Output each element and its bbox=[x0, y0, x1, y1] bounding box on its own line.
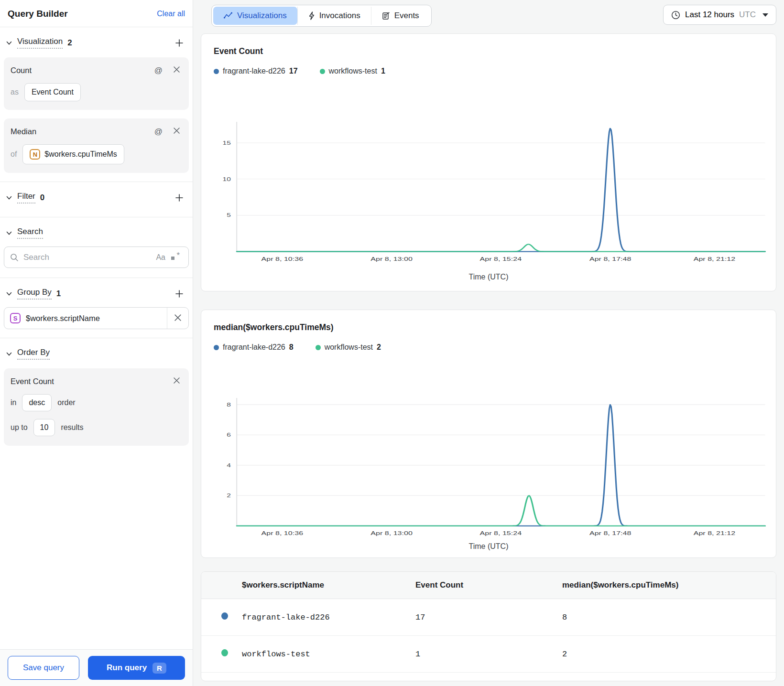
visualization-section-header: Visualization 2 bbox=[4, 27, 189, 55]
alias-at-button[interactable]: @ bbox=[152, 127, 164, 137]
chart-legend: fragrant-lake-d226 17 workflows-test 1 bbox=[201, 56, 776, 75]
view-tabs: Visualizations Invocations Events bbox=[211, 5, 432, 27]
sidebar-header: Query Builder Clear all bbox=[0, 0, 193, 27]
limit-input[interactable]: 10 bbox=[33, 419, 55, 436]
svg-text:Apr 8, 21:12: Apr 8, 21:12 bbox=[694, 256, 736, 262]
chevron-down-icon[interactable] bbox=[6, 290, 12, 297]
visualization-card-count: Count @ as Event Count bbox=[4, 57, 189, 110]
legend-item[interactable]: fragrant-lake-d226 8 bbox=[214, 343, 294, 352]
series-dot bbox=[221, 612, 228, 620]
svg-text:Apr 8, 17:48: Apr 8, 17:48 bbox=[589, 256, 632, 262]
main-content: Visualizations Invocations Events bbox=[193, 0, 784, 686]
results-label: results bbox=[61, 423, 83, 432]
legend-item[interactable]: workflows-test 1 bbox=[320, 67, 385, 75]
in-label: in bbox=[11, 398, 16, 407]
tab-label: Invocations bbox=[319, 11, 360, 21]
search-input[interactable] bbox=[23, 253, 153, 262]
svg-text:Apr 8, 13:00: Apr 8, 13:00 bbox=[370, 530, 413, 536]
lightning-icon bbox=[308, 11, 315, 20]
remove-median-button[interactable] bbox=[171, 126, 182, 137]
chevron-down-icon[interactable] bbox=[6, 40, 12, 46]
sidebar-body: Visualization 2 Count @ as Event Count bbox=[0, 27, 193, 649]
remove-group-by-button[interactable] bbox=[167, 308, 188, 329]
svg-text:Apr 8, 15:24: Apr 8, 15:24 bbox=[480, 530, 522, 536]
event-note-icon bbox=[382, 12, 390, 20]
tab-events[interactable]: Events bbox=[371, 7, 430, 25]
table-header-row: $workers.scriptName Event Count median($… bbox=[201, 572, 776, 599]
event-count-plot[interactable]: 51015Apr 8, 10:36Apr 8, 13:00Apr 8, 15:2… bbox=[206, 119, 771, 262]
svg-text:5: 5 bbox=[227, 212, 231, 218]
run-shortcut-badge: R bbox=[152, 663, 166, 674]
svg-text:4: 4 bbox=[227, 462, 231, 468]
clear-all-button[interactable]: Clear all bbox=[157, 10, 185, 18]
remove-order-by-button[interactable] bbox=[171, 376, 182, 386]
median-cpu-plot[interactable]: 2468Apr 8, 10:36Apr 8, 13:00Apr 8, 15:24… bbox=[206, 395, 771, 536]
chart-legend: fragrant-lake-d226 8 workflows-test 2 bbox=[201, 332, 776, 352]
table-row[interactable]: workflows-test 1 2 bbox=[201, 636, 776, 673]
group-by-value: $workers.scriptName bbox=[26, 314, 167, 323]
string-type-icon: S bbox=[10, 313, 21, 323]
script-name-header: $workers.scriptName bbox=[242, 572, 415, 599]
series-value: 1 bbox=[381, 67, 385, 75]
card-title: Count bbox=[11, 66, 32, 75]
series-name: workflows-test bbox=[329, 67, 377, 75]
median-header: median($workers.cpuTimeMs) bbox=[562, 572, 776, 599]
script-name-cell: workflows-test bbox=[242, 636, 415, 673]
match-case-button[interactable]: Aa bbox=[153, 253, 168, 262]
regex-icon: * bbox=[171, 253, 180, 260]
add-visualization-button[interactable] bbox=[174, 37, 185, 49]
order-by-label: Order By bbox=[17, 348, 50, 360]
timezone-label: UTC bbox=[739, 10, 756, 20]
event-count-cell: 17 bbox=[415, 599, 562, 636]
regex-button[interactable]: * bbox=[168, 253, 183, 262]
median-field-selector[interactable]: N $workers.cpuTimeMs bbox=[22, 144, 124, 164]
time-range-selector[interactable]: Last 12 hours UTC bbox=[663, 5, 776, 25]
svg-text:Apr 8, 13:00: Apr 8, 13:00 bbox=[370, 256, 413, 262]
svg-text:8: 8 bbox=[227, 402, 231, 407]
tab-visualizations[interactable]: Visualizations bbox=[213, 7, 297, 25]
alias-at-button[interactable]: @ bbox=[152, 65, 164, 75]
svg-text:Apr 8, 10:36: Apr 8, 10:36 bbox=[261, 530, 304, 536]
tab-invocations[interactable]: Invocations bbox=[297, 7, 371, 25]
count-alias-field[interactable]: Event Count bbox=[24, 83, 81, 101]
close-icon bbox=[174, 314, 182, 322]
svg-text:Apr 8, 21:12: Apr 8, 21:12 bbox=[694, 530, 736, 536]
series-value: 8 bbox=[289, 343, 294, 352]
svg-text:2: 2 bbox=[227, 493, 231, 498]
series-name: fragrant-lake-d226 bbox=[223, 343, 285, 352]
add-group-by-button[interactable] bbox=[174, 288, 185, 300]
svg-text:15: 15 bbox=[223, 140, 231, 146]
remove-count-button[interactable] bbox=[171, 65, 182, 75]
chevron-down-icon[interactable] bbox=[6, 230, 12, 236]
chevron-down-icon[interactable] bbox=[6, 194, 12, 201]
filter-section-header: Filter 0 bbox=[4, 182, 189, 210]
svg-text:10: 10 bbox=[223, 176, 231, 182]
chevron-down-icon[interactable] bbox=[6, 351, 12, 357]
search-icon bbox=[10, 253, 19, 262]
series-dot bbox=[221, 649, 228, 656]
visualization-card-median: Median @ of N $workers.cpuTimeMs bbox=[4, 118, 189, 173]
search-box: Aa * bbox=[4, 247, 189, 268]
at-icon: @ bbox=[154, 66, 163, 75]
direction-select[interactable]: desc bbox=[22, 394, 52, 411]
order-by-card: Event Count in desc order up to 10 resul… bbox=[4, 368, 189, 446]
legend-item[interactable]: workflows-test 2 bbox=[316, 343, 381, 352]
legend-item[interactable]: fragrant-lake-d226 17 bbox=[214, 67, 298, 75]
add-filter-button[interactable] bbox=[174, 192, 185, 204]
save-query-button[interactable]: Save query bbox=[8, 656, 79, 680]
svg-text:Apr 8, 17:48: Apr 8, 17:48 bbox=[589, 530, 632, 536]
table-row[interactable]: fragrant-lake-d226 17 8 bbox=[201, 599, 776, 636]
series-dot bbox=[214, 69, 219, 74]
series-dot bbox=[320, 69, 325, 74]
svg-text:Apr 8, 15:24: Apr 8, 15:24 bbox=[480, 256, 522, 262]
median-cell: 2 bbox=[562, 636, 776, 673]
chart-title: median($workers.cpuTimeMs) bbox=[201, 310, 776, 332]
numeric-type-icon: N bbox=[30, 149, 40, 160]
card-title: Median bbox=[11, 127, 36, 136]
group-by-field-row[interactable]: S $workers.scriptName bbox=[4, 307, 189, 329]
svg-text:6: 6 bbox=[227, 432, 231, 438]
run-query-button[interactable]: Run query R bbox=[88, 656, 185, 680]
chart-pulse-icon bbox=[224, 12, 233, 20]
clock-icon bbox=[671, 11, 680, 20]
event-count-header: Event Count bbox=[415, 572, 562, 599]
